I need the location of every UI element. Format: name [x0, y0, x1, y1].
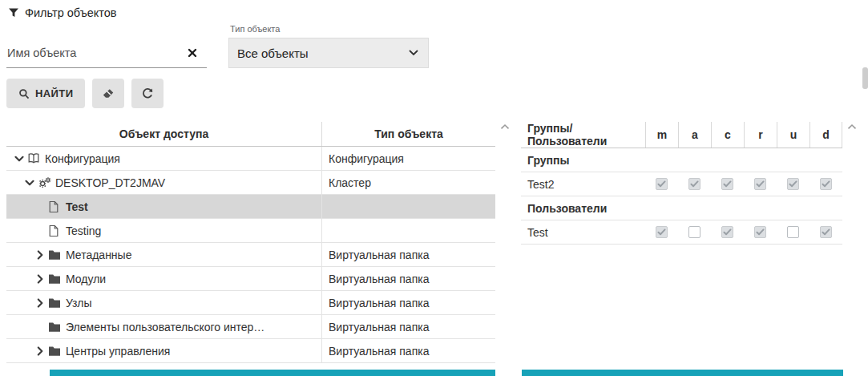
type-select-label: Тип объекта: [230, 24, 280, 34]
column-header-r: r: [744, 122, 777, 148]
checkbox-a[interactable]: [688, 178, 700, 190]
column-header-a: a: [678, 122, 711, 148]
object-type: Виртуальная папка: [321, 339, 495, 362]
access-row[interactable]: DESKTOP_DT2JMAVКластер: [6, 171, 495, 195]
object-type: Виртуальная папка: [321, 315, 495, 338]
checkbox-a[interactable]: [688, 226, 700, 238]
checkbox-m[interactable]: [656, 178, 668, 190]
permission-cell-m: [645, 226, 678, 238]
scroll-up-icon[interactable]: [500, 123, 510, 130]
clear-name-icon[interactable]: [188, 48, 197, 58]
permission-cell-r: [744, 226, 777, 238]
object-type: [321, 219, 495, 242]
filter-funnel-icon: [8, 7, 19, 18]
type-select-value: Все объекты: [237, 46, 309, 60]
book-icon: [27, 152, 44, 164]
eraser-icon: [102, 87, 115, 100]
checkbox-c[interactable]: [721, 226, 733, 238]
permission-cell-a: [678, 178, 711, 190]
permission-cell-d: [809, 178, 842, 190]
column-header-type: Тип объекта: [321, 122, 495, 146]
object-cell: Testing: [6, 219, 321, 242]
file-icon: [48, 224, 65, 237]
column-header-groups-users: Группы/Пользователи: [521, 122, 645, 148]
section-label: Группы: [521, 154, 842, 167]
column-header-u: u: [777, 122, 809, 148]
rights-table-scrollbar[interactable]: [846, 123, 858, 130]
folder-icon: [48, 346, 65, 357]
chevron-right-icon[interactable]: [32, 345, 48, 358]
column-header-d: d: [809, 122, 842, 148]
scroll-up-icon[interactable]: [847, 123, 857, 130]
permission-cell-u: [777, 226, 809, 238]
chevron-right-icon[interactable]: [32, 297, 48, 309]
permission-cell-u: [777, 178, 809, 190]
access-table: Объект доступа Тип объекта КонфигурацияК…: [6, 122, 495, 363]
access-row[interactable]: УзлыВиртуальная папка: [6, 291, 495, 315]
object-cell: Элементы пользовательского интер…: [6, 315, 321, 338]
checkbox-m[interactable]: [656, 226, 668, 238]
chevron-right-icon[interactable]: [32, 273, 48, 285]
toolbar: НАЙТИ: [6, 79, 164, 108]
permission-cell-m: [645, 178, 678, 190]
access-table-header: Объект доступа Тип объекта: [6, 122, 495, 147]
object-name: DESKTOP_DT2JMAV: [55, 176, 165, 189]
object-name: Элементы пользовательского интер…: [66, 321, 264, 334]
checkbox-r[interactable]: [754, 178, 766, 190]
chevron-down-icon[interactable]: [11, 152, 27, 165]
object-name: Конфигурация: [45, 152, 120, 165]
object-cell: Узлы: [6, 291, 321, 314]
checkbox-d[interactable]: [820, 226, 832, 238]
object-cell: Конфигурация: [6, 147, 321, 170]
access-row[interactable]: Центры управленияВиртуальная папка: [6, 339, 495, 363]
checkbox-c[interactable]: [721, 178, 733, 190]
find-button[interactable]: НАЙТИ: [6, 79, 85, 108]
object-cell: Test: [6, 195, 321, 218]
object-cell: Центры управления: [6, 339, 321, 362]
object-name: Метаданные: [66, 249, 131, 261]
object-name: Модули: [66, 273, 106, 285]
object-type: Виртуальная папка: [321, 267, 495, 290]
gears-icon: [38, 176, 55, 189]
object-name: Центры управления: [66, 345, 170, 358]
access-row[interactable]: КонфигурацияКонфигурация: [6, 147, 495, 171]
object-type: Кластер: [321, 171, 495, 194]
object-name: Test: [66, 200, 88, 213]
chevron-right-icon[interactable]: [32, 249, 48, 261]
object-cell: Модули: [6, 267, 321, 290]
access-row[interactable]: Элементы пользовательского интер…Виртуал…: [6, 315, 495, 339]
permission-cell-d: [809, 226, 842, 238]
folder-icon: [48, 297, 65, 309]
access-row[interactable]: Test: [6, 195, 495, 219]
object-name: Testing: [66, 224, 101, 237]
object-type-select[interactable]: Все объекты: [228, 38, 429, 68]
object-name-input[interactable]: [6, 46, 188, 59]
entry-label: Test: [521, 226, 645, 239]
page-scrollbar-thumb[interactable]: [862, 67, 868, 89]
checkbox-r[interactable]: [754, 226, 766, 238]
access-table-body: КонфигурацияКонфигурацияDESKTOP_DT2JMAVК…: [6, 147, 495, 363]
refresh-icon: [141, 87, 154, 100]
checkbox-d[interactable]: [820, 178, 832, 190]
checkbox-u[interactable]: [787, 178, 799, 190]
rights-table-body: ГруппыTest2ПользователиTest: [521, 148, 842, 245]
rights-entry-row[interactable]: Test: [521, 220, 842, 245]
checkbox-u[interactable]: [787, 226, 799, 238]
object-type: Виртуальная папка: [321, 291, 495, 314]
clear-filter-button[interactable]: [92, 79, 124, 108]
object-type: Виртуальная папка: [321, 243, 495, 266]
right-footer-bar: [522, 370, 843, 376]
rights-entry-row[interactable]: Test2: [521, 172, 842, 196]
refresh-button[interactable]: [131, 79, 164, 108]
object-cell: DESKTOP_DT2JMAV: [6, 171, 321, 194]
access-table-scrollbar[interactable]: [499, 123, 511, 130]
chevron-down-icon[interactable]: [22, 176, 38, 189]
object-cell: Метаданные: [6, 243, 321, 266]
section-label: Пользователи: [521, 202, 842, 215]
page-title: Фильтр объектов: [25, 6, 117, 19]
access-row[interactable]: МетаданныеВиртуальная папка: [6, 243, 495, 267]
object-type: Конфигурация: [321, 147, 495, 170]
find-button-label: НАЙТИ: [35, 87, 73, 99]
access-row[interactable]: МодулиВиртуальная папка: [6, 267, 495, 291]
access-row[interactable]: Testing: [6, 219, 495, 243]
